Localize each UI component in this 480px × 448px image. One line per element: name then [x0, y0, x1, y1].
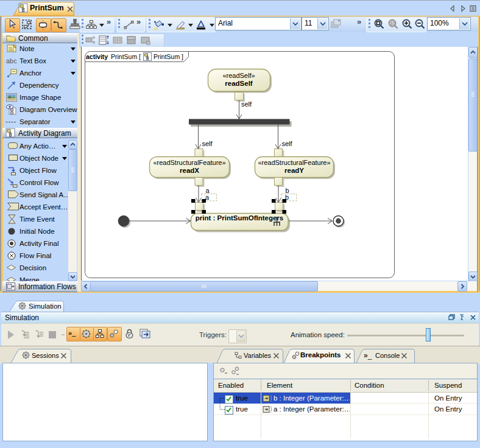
svg-text:«readSelf»: «readSelf»	[222, 72, 255, 79]
svg-text:«readStructuralFeature»: «readStructuralFeature»	[153, 159, 225, 166]
svg-text:readX: readX	[180, 167, 199, 174]
svg-text:a: a	[205, 194, 210, 201]
svg-text:print : PrintSumOfIntegers: print : PrintSumOfIntegers	[196, 214, 283, 222]
svg-text:self: self	[241, 100, 252, 108]
svg-text:«readStructuralFeature»: «readStructuralFeature»	[258, 159, 330, 166]
svg-text:PrintSum [: PrintSum [	[111, 53, 141, 60]
svg-text:self: self	[202, 140, 213, 147]
svg-text:1:1: 1:1	[390, 21, 397, 26]
svg-text:readY: readY	[284, 167, 304, 174]
svg-text:PrintSum ]: PrintSum ]	[154, 53, 183, 60]
svg-text:readSelf: readSelf	[225, 80, 253, 87]
svg-text:self: self	[282, 140, 293, 147]
svg-text:activity: activity	[86, 53, 108, 60]
